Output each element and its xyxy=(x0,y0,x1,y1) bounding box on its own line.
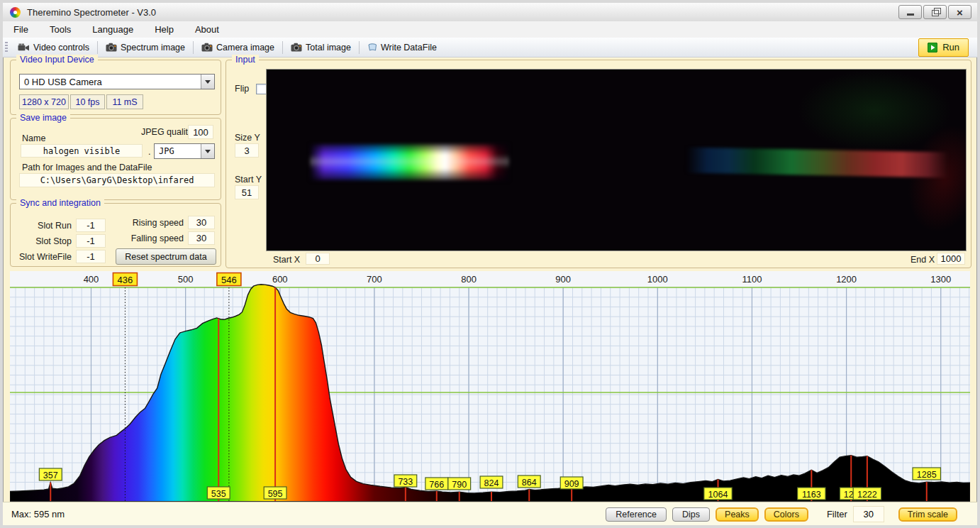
infrared-spectrum-band xyxy=(686,148,948,178)
end-x-label: End X xyxy=(911,255,935,265)
svg-text:766: 766 xyxy=(429,480,444,490)
camera-image-label: Camera image xyxy=(216,43,274,53)
svg-text:1163: 1163 xyxy=(802,490,821,500)
image-name-field[interactable] xyxy=(21,144,143,158)
svg-text:864: 864 xyxy=(522,478,537,488)
toolbar-separator xyxy=(193,41,194,54)
flip-checkbox[interactable] xyxy=(256,84,267,94)
svg-text:790: 790 xyxy=(452,480,467,490)
svg-text:1200: 1200 xyxy=(836,274,857,285)
toolbar-separator xyxy=(282,41,283,54)
video-device-select[interactable]: 0 HD USB Camera xyxy=(19,74,215,89)
menu-about[interactable]: About xyxy=(184,21,230,38)
camera-icon xyxy=(106,43,117,52)
video-input-group: Video Input Device 0 HD USB Camera 1280 … xyxy=(10,60,221,115)
svg-text:600: 600 xyxy=(272,274,288,285)
start-x-label: Start X xyxy=(273,255,300,265)
svg-text:1222: 1222 xyxy=(857,490,877,500)
svg-text:400: 400 xyxy=(84,274,99,285)
chevron-down-icon xyxy=(201,144,214,158)
camera-image-button[interactable]: Camera image xyxy=(195,40,281,55)
slot-stop-label: Slot Stop xyxy=(11,236,72,246)
jpeg-quality-field[interactable] xyxy=(188,125,213,139)
camera-icon xyxy=(291,43,302,52)
dips-button[interactable]: Dips xyxy=(672,507,710,522)
close-button[interactable]: × xyxy=(948,5,971,19)
rising-speed-field[interactable] xyxy=(188,216,215,229)
slot-writefile-field[interactable] xyxy=(76,250,106,263)
video-controls-label: Video controls xyxy=(33,43,89,53)
max-wavelength-text: Max: 595 nm xyxy=(11,509,65,519)
format-select[interactable]: JPG xyxy=(154,143,215,159)
path-field[interactable] xyxy=(19,173,215,187)
reference-button[interactable]: Reference xyxy=(606,507,667,522)
app-icon xyxy=(10,7,21,18)
video-controls-button[interactable]: Video controls xyxy=(11,40,96,55)
menu-file[interactable]: File xyxy=(3,21,39,38)
svg-text:1100: 1100 xyxy=(742,274,762,285)
input-group-title: Input xyxy=(232,55,259,65)
minimize-button[interactable] xyxy=(898,5,922,19)
extension-dot: . xyxy=(148,147,150,157)
visible-spectrum-band xyxy=(310,144,509,180)
spectrum-image-label: Spectrum image xyxy=(121,43,185,53)
menu-help[interactable]: Help xyxy=(144,21,184,38)
resolution-badge: 1280 x 720 xyxy=(19,94,69,109)
video-device-value: 0 HD USB Camera xyxy=(24,77,102,87)
restore-button[interactable] xyxy=(923,5,947,19)
sync-group-title: Sync and integration xyxy=(16,198,104,208)
svg-text:700: 700 xyxy=(367,274,382,285)
size-y-label: Size Y xyxy=(235,133,260,143)
camera-preview xyxy=(266,69,967,251)
filter-field[interactable] xyxy=(853,506,884,522)
camera-icon xyxy=(201,43,213,52)
spectrum-image-button[interactable]: Spectrum image xyxy=(99,40,191,55)
menu-language[interactable]: Language xyxy=(82,21,144,38)
end-x-field[interactable] xyxy=(937,253,965,265)
peaks-button[interactable]: Peaks xyxy=(715,507,759,522)
slot-run-field[interactable] xyxy=(76,219,106,232)
svg-text:824: 824 xyxy=(484,478,499,488)
run-play-icon xyxy=(928,43,937,53)
size-y-field[interactable] xyxy=(235,143,259,158)
start-x-field[interactable] xyxy=(306,253,330,265)
svg-text:1000: 1000 xyxy=(647,274,668,285)
svg-text:900: 900 xyxy=(555,274,571,285)
write-datafile-button[interactable]: Write DataFile xyxy=(361,40,443,55)
filter-label: Filter xyxy=(827,509,847,519)
spectrum-chart-area: 4005006007008009001000110012001300436546… xyxy=(10,271,970,502)
run-button[interactable]: Run xyxy=(918,38,969,57)
video-camera-icon xyxy=(18,43,30,52)
save-image-group-title: Save image xyxy=(16,113,70,123)
jpeg-quality-label: JPEG quality xyxy=(141,127,192,137)
write-datafile-label: Write DataFile xyxy=(381,43,437,53)
menu-tools[interactable]: Tools xyxy=(39,21,82,38)
save-image-group: Save image JPEG quality Name . JPG Path … xyxy=(10,118,221,200)
slot-writefile-label: Slot WriteFile xyxy=(11,252,72,262)
sync-group: Sync and integration Slot Run Slot Stop … xyxy=(10,203,221,267)
restore-icon xyxy=(932,10,939,16)
falling-speed-field[interactable] xyxy=(188,231,215,245)
latency-badge: 11 mS xyxy=(106,94,143,109)
minimize-icon xyxy=(907,13,914,16)
spectrum-chart[interactable]: 4005006007008009001000110012001300436546… xyxy=(10,271,970,502)
format-value: JPG xyxy=(159,146,174,156)
rising-speed-label: Rising speed xyxy=(114,218,184,228)
app-window: Theremino Spectrometer - V3.0 × File Too… xyxy=(0,0,980,528)
toolbar-grip[interactable] xyxy=(5,42,8,53)
total-image-label: Total image xyxy=(306,43,351,53)
start-y-field[interactable] xyxy=(235,185,259,199)
svg-text:800: 800 xyxy=(461,274,477,285)
svg-text:1064: 1064 xyxy=(708,490,728,500)
reset-spectrum-button[interactable]: Reset spectrum data xyxy=(116,248,216,265)
slot-stop-field[interactable] xyxy=(76,234,106,248)
trim-scale-button[interactable]: Trim scale xyxy=(898,507,957,522)
fps-badge: 10 fps xyxy=(70,94,105,109)
flip-label: Flip xyxy=(235,84,249,94)
svg-text:733: 733 xyxy=(398,477,413,487)
svg-text:595: 595 xyxy=(268,489,283,499)
total-image-button[interactable]: Total image xyxy=(284,40,357,55)
start-y-label: Start Y xyxy=(235,175,262,185)
colors-button[interactable]: Colors xyxy=(764,507,808,522)
svg-text:1300: 1300 xyxy=(930,274,951,285)
